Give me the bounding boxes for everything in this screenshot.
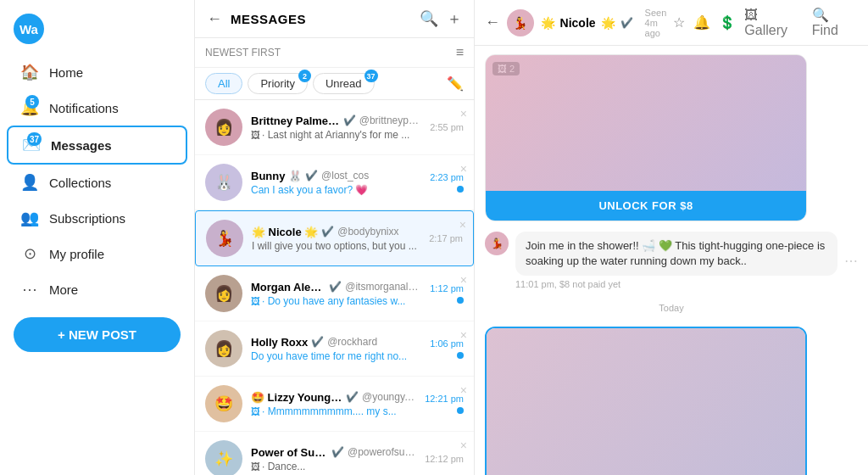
conv-preview-3: I will give you two options, but you ... (252, 240, 420, 252)
home-icon: 🏠 (20, 63, 39, 81)
conv-close-5[interactable]: × (460, 328, 467, 342)
conv-handle-4: @itsmorganalexis (345, 281, 421, 293)
sidebar-label-notifications: Notifications (49, 101, 119, 115)
chat-messages: 🖼 2 UNLOCK FOR $8 💃 Join me in the showe… (475, 46, 868, 475)
tabs-row: AllPriority2Unread37 ✏️ (195, 68, 474, 100)
logo: Wa (0, 7, 194, 54)
conv-time-4: 1:12 pm (430, 283, 464, 293)
conv-close-2[interactable]: × (460, 162, 467, 176)
star-icon[interactable]: ☆ (673, 14, 685, 31)
bell-icon[interactable]: 🔔 (693, 14, 710, 31)
messages-panel: ← MESSAGES 🔍 ＋ NEWEST FIRST ≡ AllPriorit… (195, 0, 475, 475)
conv-close-4[interactable]: × (460, 273, 467, 287)
conversation-item-1[interactable]: 👩 Brittney Palmer ... ✔️ @brittneypal...… (195, 100, 474, 155)
conv-avatar-7: ✨ (205, 440, 242, 475)
conv-verified-5: ✔️ (311, 336, 324, 348)
conv-avatar-2: 🐰 (205, 164, 242, 201)
conv-preview-1: 🖼· Last night at Arianny's for me ... (251, 129, 421, 141)
conversation-item-2[interactable]: 🐰 Bunny 🐰 ✔️ @lost_cos Can I ask you a f… (195, 155, 474, 210)
chat-name-row: 🌟 Nicole 🌟 ✔️ Seen 4m ago (541, 8, 667, 38)
conversation-item-7[interactable]: ✨ Power of Sugg... ✔️ @powerofsugg... 🖼·… (195, 432, 474, 475)
conv-name-row-7: Power of Sugg... ✔️ @powerofsugg... (251, 446, 416, 459)
messages-header: ← MESSAGES 🔍 ＋ (195, 0, 474, 38)
conv-name-row-3: 🌟 Nicole 🌟 ✔️ @bodybynixx (252, 226, 420, 238)
conv-content-1: Brittney Palmer ... ✔️ @brittneypal... 🖼… (251, 115, 421, 141)
chat-bubble-2: Join me in the shower!! 🛁 💚 This tight-h… (515, 232, 837, 276)
conv-close-3[interactable]: × (459, 218, 466, 232)
conv-name-2: Bunny 🐰 (251, 170, 302, 182)
sidebar-label-messages: Messages (51, 138, 112, 153)
chat-bubble-wrap-2: Join me in the shower!! 🛁 💚 This tight-h… (515, 232, 837, 289)
conv-verified-6: ✔️ (346, 391, 359, 403)
sidebar-item-collections[interactable]: 👤 Collections (7, 165, 187, 200)
conv-verified-1: ✔️ (343, 115, 356, 126)
conv-time-5: 1:06 pm (430, 338, 464, 349)
sidebar: Wa 🏠 Home 🔔 Notifications 5 ✉️ Messages … (0, 0, 195, 475)
collections-icon: 👤 (20, 173, 39, 192)
filter-icon[interactable]: ≡ (456, 45, 464, 60)
conv-handle-3: @bodybynixx (337, 226, 398, 238)
edit-icon[interactable]: ✏️ (447, 75, 464, 92)
verified-icon: ✔️ (620, 17, 633, 29)
compose-icon[interactable]: ＋ (447, 8, 462, 29)
conversation-list: 👩 Brittney Palmer ... ✔️ @brittneypal...… (195, 100, 474, 475)
unlock-button-1[interactable]: UNLOCK FOR $8 (486, 191, 806, 221)
conversation-item-5[interactable]: 👩 Holly Roxx ✔️ @rockhard Do you have ti… (195, 321, 474, 377)
unread-dot-6 (457, 407, 464, 414)
conv-handle-6: @youngy.l... (362, 391, 416, 403)
tip-icon[interactable]: 💲 (719, 14, 736, 31)
sidebar-label-my-profile: My profile (49, 247, 104, 261)
unread-dot-5 (457, 352, 464, 359)
gallery-icon[interactable]: 🖼 Gallery (744, 8, 803, 38)
conv-preview-4: 🖼· Do you have any fantasies w... (251, 295, 421, 307)
conv-name-3: 🌟 Nicole 🌟 (252, 226, 318, 238)
conv-verified-3: ✔️ (321, 226, 334, 238)
sidebar-item-notifications[interactable]: 🔔 Notifications 5 (7, 90, 187, 126)
chat-timestamp-2: 11:01 pm, $8 not paid yet (515, 279, 837, 289)
chat-avatar: 💃 (507, 9, 534, 36)
conversation-item-4[interactable]: 👩 Morgan Alexis ✔️ @itsmorganalexis 🖼· D… (195, 266, 474, 321)
chat-name: Nicole (560, 16, 596, 30)
conv-close-7[interactable]: × (460, 439, 467, 452)
sidebar-item-subscriptions[interactable]: 👥 Subscriptions (7, 200, 187, 236)
conv-name-4: Morgan Alexis (251, 281, 326, 293)
tab-all[interactable]: All (205, 73, 242, 94)
date-divider-3: Today (485, 299, 858, 316)
conv-name-row-1: Brittney Palmer ... ✔️ @brittneypal... (251, 115, 421, 127)
conv-time-6: 12:21 pm (425, 394, 464, 404)
unread-dot-4 (457, 297, 464, 304)
find-icon[interactable]: 🔍 Find (812, 7, 858, 38)
conversation-item-3[interactable]: 💃 🌟 Nicole 🌟 ✔️ @bodybynixx I will give … (195, 210, 474, 266)
tab-unread[interactable]: Unread37 (313, 73, 375, 94)
chat-panel: ← 💃 🌟 Nicole 🌟 ✔️ Seen 4m ago ☆ 🔔 💲 🖼 Ga… (475, 0, 868, 475)
my-profile-icon: ⊙ (20, 244, 39, 263)
conv-close-1[interactable]: × (460, 107, 467, 120)
back-icon[interactable]: ← (207, 10, 222, 28)
sidebar-item-my-profile[interactable]: ⊙ My profile (7, 236, 187, 271)
unlock-card-selected-inner-4: 🎬 3:58 UNLOCK FOR $25 (485, 327, 807, 475)
conv-close-6[interactable]: × (460, 383, 467, 397)
unlock-card-inner-1: 🖼 2 UNLOCK FOR $8 (485, 54, 807, 221)
sidebar-item-home[interactable]: 🏠 Home (7, 54, 187, 90)
conv-name-row-6: 🤩 Lizzy Youngy... ✔️ @youngy.l... (251, 391, 416, 404)
chat-back-icon[interactable]: ← (485, 14, 500, 31)
chat-header: ← 💃 🌟 Nicole 🌟 ✔️ Seen 4m ago ☆ 🔔 💲 🖼 Ga… (475, 0, 868, 46)
msg-more-icon-2[interactable]: ⋯ (844, 253, 858, 269)
sidebar-item-messages[interactable]: ✉️ Messages 37 (7, 126, 187, 165)
search-icon[interactable]: 🔍 (420, 9, 438, 28)
conv-verified-7: ✔️ (331, 446, 344, 458)
unlock-media-1: 🖼 2 (486, 55, 806, 191)
sidebar-item-more[interactable]: ⋯ More (7, 271, 187, 307)
conv-time-2: 2:23 pm (430, 172, 464, 182)
conv-avatar-3: 💃 (206, 220, 243, 257)
chat-name-emoji-right: 🌟 (601, 16, 615, 30)
conv-handle-1: @brittneypal... (359, 115, 422, 126)
conv-handle-2: @lost_cos (321, 170, 369, 182)
conv-name-row-4: Morgan Alexis ✔️ @itsmorganalexis (251, 281, 421, 293)
new-post-button[interactable]: + NEW POST (14, 317, 181, 352)
conv-time-7: 12:12 pm (425, 454, 464, 464)
conversation-item-6[interactable]: 🤩 🤩 Lizzy Youngy... ✔️ @youngy.l... 🖼· M… (195, 377, 474, 432)
tab-priority[interactable]: Priority2 (248, 73, 307, 94)
messages-title: MESSAGES (231, 12, 411, 26)
conv-avatar-1: 👩 (205, 109, 242, 146)
